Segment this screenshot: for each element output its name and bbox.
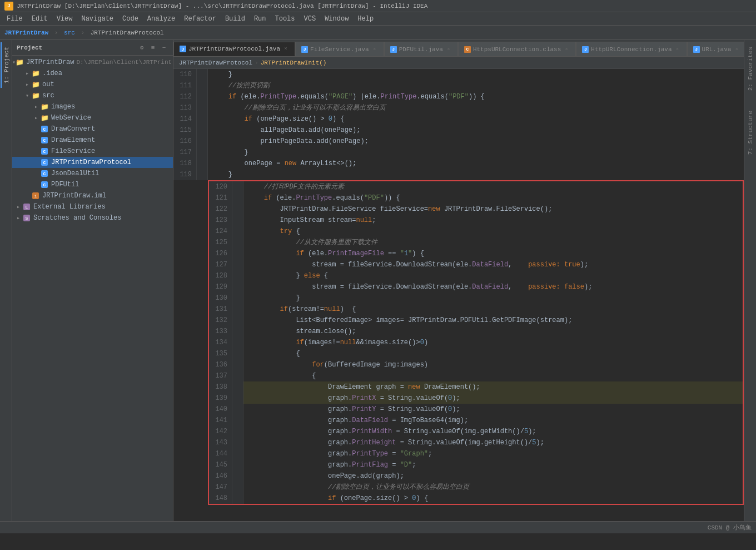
code-line-143[interactable]: graph.PrintHeight = String.valueOf(img.g… <box>243 437 743 448</box>
tab-close[interactable]: × <box>674 46 681 53</box>
tree-item-out[interactable]: ▸📁out <box>12 79 173 90</box>
code-line-127[interactable]: stream = fileService.DownloadStream(ele.… <box>243 259 743 270</box>
tree-item-external-libraries[interactable]: ▸LExternal Libraries <box>12 201 173 212</box>
line-number: 139 <box>209 393 232 404</box>
code-line-132[interactable]: List<BufferedImage> images= JRTPrintDraw… <box>243 315 743 326</box>
editor-tab-FileService-java[interactable]: JFileService.java× <box>295 42 384 56</box>
code-line-146[interactable]: onePage.add(graph); <box>243 470 743 482</box>
code-line-147[interactable]: //剔除空白页，让业务可以不那么容易出空白页 <box>243 482 743 493</box>
menu-item-navigate[interactable]: Navigate <box>77 14 118 24</box>
tree-item-pdfutil[interactable]: CPDFUtil <box>12 179 173 190</box>
code-line-129[interactable]: stream = fileService.DownloadStream(ele.… <box>243 281 743 293</box>
sidebar: Project ⚙ ≡ − ▾📁JRTPrintDrawD:\JREPlan\C… <box>12 40 173 521</box>
tab-favorites[interactable]: 2: Favorites <box>745 42 755 95</box>
code-line-122[interactable]: JRTPrintDraw.FileService fileService=new… <box>243 204 743 215</box>
menu-item-analyze[interactable]: Analyze <box>143 14 180 24</box>
code-line-133[interactable]: stream.close(); <box>243 326 743 337</box>
code-row-143: 143 graph.PrintHeight = String.valueOf(i… <box>209 437 743 448</box>
tab-close[interactable]: × <box>282 46 289 52</box>
code-row-112: 112 if (ele.PrintType.equals("PAGE") |el… <box>173 91 744 102</box>
code-line-141[interactable]: graph.DataField = ImgToBase64(img); <box>243 415 743 426</box>
menu-item-vcs[interactable]: VCS <box>300 14 321 24</box>
code-line-116[interactable]: printPageData.add(onePage); <box>208 136 744 147</box>
code-line-113[interactable]: //剔除空白页，让业务可以不那么容易出空白页 <box>208 102 744 113</box>
title-bar: J JRTPrintDraw [D:\JREPlan\Client\JRTPri… <box>0 0 756 12</box>
line-number: 148 <box>209 493 232 504</box>
tree-item-src[interactable]: ▾📁src <box>12 90 173 101</box>
tree-item-drawconvert[interactable]: CDrawConvert <box>12 123 173 135</box>
code-line-119[interactable]: } <box>208 169 744 180</box>
code-line-123[interactable]: InputStream stream=null; <box>243 215 743 226</box>
menu-item-file[interactable]: File <box>2 14 27 24</box>
code-line-131[interactable]: if(stream!=null) { <box>243 304 743 315</box>
tab-project[interactable]: 1: Project <box>1 42 12 88</box>
code-line-142[interactable]: graph.PrintWidth = String.valueOf(img.ge… <box>243 426 743 437</box>
code-line-134[interactable]: if(images!=null&&images.size()>0) <box>243 337 743 348</box>
code-line-125[interactable]: //从文件服务里面下载文件 <box>243 237 743 248</box>
code-line-138[interactable]: DrawElement graph = new DrawElement(); <box>243 381 743 393</box>
code-line-115[interactable]: allPageData.add(onePage); <box>208 125 744 136</box>
editor-tab-URL-java[interactable]: JURL.java× <box>687 42 744 56</box>
code-line-130[interactable]: } <box>243 293 743 304</box>
editor-tab-PDFUtil-java[interactable]: JPDFUtil.java× <box>384 42 458 56</box>
code-line-128[interactable]: } else { <box>243 270 743 281</box>
menu-item-refactor[interactable]: Refactor <box>180 14 221 24</box>
tree-item-icon: C <box>40 136 49 145</box>
tree-item-webservice[interactable]: ▸📁WebService <box>12 112 173 123</box>
menu-item-window[interactable]: Window <box>320 14 353 24</box>
editor-tab-JRTPrintDrawProtocol-java[interactable]: JJRTPrintDrawProtocol.java× <box>173 42 295 56</box>
tree-item-.idea[interactable]: ▸📁.idea <box>12 68 173 79</box>
tree-item-fileservice[interactable]: CFileService <box>12 146 173 157</box>
editor-tab-HttpsURLConnection-class[interactable]: CHttpsURLConnection.class× <box>458 42 576 56</box>
tree-item-scratches-and-consoles[interactable]: ▸SScratches and Consoles <box>12 212 173 224</box>
tree-item-jrtprintdrawprotocol[interactable]: CJRTPrintDrawProtocol <box>12 157 173 168</box>
editor-tab-HttpURLConnection-java[interactable]: JHttpURLConnection.java× <box>576 42 687 56</box>
code-line-126[interactable]: if (ele.PrintImageFile == "1") { <box>243 248 743 259</box>
code-line-137[interactable]: { <box>243 370 743 381</box>
code-row-122: 122 JRTPrintDraw.FileService fileService… <box>209 204 743 215</box>
tab-close[interactable]: × <box>445 46 452 53</box>
tab-close[interactable]: × <box>563 46 570 53</box>
code-line-135[interactable]: { <box>243 348 743 359</box>
line-number: 143 <box>209 437 232 448</box>
tab-close[interactable]: × <box>733 46 740 53</box>
code-editor[interactable]: 110 }111 //按照页切割112 if (ele.PrintType.eq… <box>173 69 744 521</box>
sidebar-icon-equal[interactable]: ≡ <box>148 43 157 52</box>
tree-item-jrtprintdraw[interactable]: ▾📁JRTPrintDrawD:\JREPlan\Client\JRTPrint… <box>12 57 173 68</box>
tree-item-jrtprintdraw.iml[interactable]: iJRTPrintDraw.iml <box>12 190 173 201</box>
line-number: 130 <box>209 293 232 304</box>
code-line-140[interactable]: graph.PrintY = String.valueOf(0); <box>243 404 743 415</box>
line-number: 112 <box>173 91 197 102</box>
sidebar-icon-cog[interactable]: ⚙ <box>137 43 146 52</box>
code-line-136[interactable]: for(BufferedImage img:images) <box>243 359 743 370</box>
tab-close[interactable]: × <box>371 46 378 53</box>
menu-item-run[interactable]: Run <box>250 14 271 24</box>
menu-item-tools[interactable]: Tools <box>271 14 300 24</box>
menu-item-edit[interactable]: Edit <box>27 14 52 24</box>
code-line-145[interactable]: graph.PrintFlag = "D"; <box>243 459 743 470</box>
code-line-144[interactable]: graph.PrintType = "Graph"; <box>243 448 743 459</box>
code-line-111[interactable]: //按照页切割 <box>208 80 744 91</box>
code-line-117[interactable]: } <box>208 147 744 158</box>
code-line-114[interactable]: if (onePage.size() > 0) { <box>208 113 744 125</box>
tree-item-jsondealutil[interactable]: CJsonDealUtil <box>12 168 173 179</box>
line-number: 120 <box>209 181 232 192</box>
tree-item-images[interactable]: ▸📁images <box>12 101 173 112</box>
code-line-139[interactable]: graph.PrintX = String.valueOf(0); <box>243 393 743 404</box>
code-wrapper[interactable]: 110 }111 //按照页切割112 if (ele.PrintType.eq… <box>173 69 744 521</box>
code-line-148[interactable]: if (onePage.size() > 0) { <box>243 493 743 504</box>
menu-item-code[interactable]: Code <box>118 14 143 24</box>
code-line-110[interactable]: } <box>208 69 744 80</box>
sidebar-icon-minus[interactable]: − <box>160 43 168 52</box>
menu-item-view[interactable]: View <box>52 14 77 24</box>
code-line-124[interactable]: try { <box>243 226 743 237</box>
tree-item-drawelement[interactable]: CDrawElement <box>12 135 173 146</box>
gutter-cell <box>232 404 243 415</box>
tab-structure[interactable]: 7: Structure <box>745 106 755 159</box>
code-line-120[interactable]: //打印PDF文件的元素元素 <box>243 181 743 192</box>
menu-item-build[interactable]: Build <box>221 14 250 24</box>
menu-item-help[interactable]: Help <box>353 14 378 24</box>
code-line-121[interactable]: if (ele.PrintType.equals("PDF")) { <box>243 192 743 204</box>
code-line-112[interactable]: if (ele.PrintType.equals("PAGE") |ele.Pr… <box>208 91 744 102</box>
code-line-118[interactable]: onePage = new ArrayList<>(); <box>208 158 744 169</box>
